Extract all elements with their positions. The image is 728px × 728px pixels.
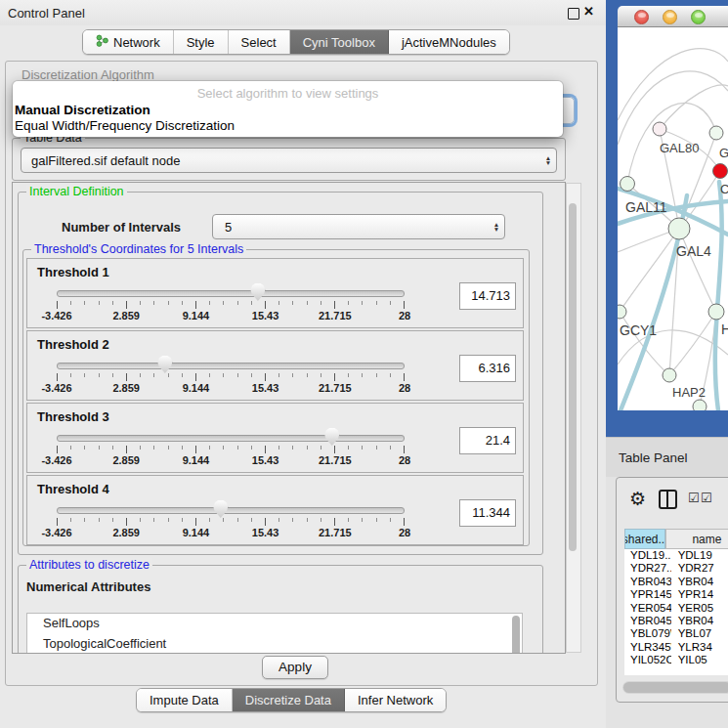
threshold-4-slider[interactable]: -3.426 2.859 9.144 15.43 21.715 28	[57, 507, 405, 539]
tab-impute-data[interactable]: Impute Data	[137, 689, 233, 711]
settings-scroll-viewport: Interval Definition Number of Intervals …	[12, 182, 566, 654]
slider-tick-labels: -3.426 2.859 9.144 15.43 21.715 28	[57, 454, 405, 467]
node-label: H	[721, 321, 728, 337]
tab-cyni-toolbox[interactable]: Cyni Toolbox	[290, 30, 389, 54]
table-row[interactable]: YIL052CYIL05	[624, 654, 728, 666]
node-label: GA	[719, 146, 728, 160]
table-horizontal-scrollbar[interactable]	[622, 681, 728, 694]
slider-ticks	[57, 518, 405, 526]
interval-definition-label: Interval Definition	[26, 185, 127, 198]
tab-select[interactable]: Select	[229, 30, 290, 54]
node-gal80[interactable]	[653, 122, 666, 136]
table-row[interactable]: YPR145WYPR14	[624, 588, 728, 601]
node-label: GAL80	[660, 141, 699, 155]
node-table: shared... name YDL19...YDL19 YDR27...YDR…	[624, 529, 728, 675]
threshold-1-slider[interactable]: -3.426 2.859 9.144 15.43 21.715 28	[57, 290, 405, 322]
number-of-intervals-combobox[interactable]: 5 ▲▼	[212, 214, 505, 239]
column-header-name[interactable]: name	[665, 529, 728, 549]
table-row[interactable]: YLR345WYLR34	[624, 641, 728, 654]
threshold-3-value-field[interactable]: 21.4	[459, 427, 516, 454]
dropdown-item-equal-width-frequency[interactable]: Equal Width/Frequency Discretization	[13, 118, 563, 134]
number-of-intervals-label: Number of Intervals	[62, 220, 181, 235]
close-icon[interactable]: ✕	[583, 4, 594, 19]
threshold-2-slider[interactable]: -3.426 2.859 9.144 15.43 21.715 28	[57, 363, 405, 395]
table-panel-titlebar: Table Panel	[606, 437, 728, 477]
node-bottom-partial[interactable]	[693, 400, 707, 410]
gear-icon[interactable]: ⚙	[629, 488, 646, 510]
slider-thumb[interactable]	[157, 356, 172, 373]
network-view-window: GAL80 GA C GAL11 GAL4 GCY1 H HAP2	[606, 0, 728, 437]
node-top-right[interactable]	[709, 126, 723, 140]
list-item[interactable]: TopologicalCoefficient	[27, 634, 522, 655]
threshold-2-value-field[interactable]: 6.316	[459, 355, 516, 382]
split-columns-icon[interactable]	[659, 490, 677, 509]
column-header-shared-name[interactable]: shared...	[624, 529, 665, 549]
list-scrollbar-thumb[interactable]	[512, 616, 520, 654]
tab-label: Impute Data	[150, 693, 219, 707]
discretization-algorithm-group-label: Discretization Algorithm	[21, 67, 154, 82]
table-data-combobox[interactable]: galFiltered.sif default node ▲▼	[21, 148, 557, 173]
slider-track[interactable]	[57, 507, 405, 514]
tab-jactivemnodules[interactable]: jActiveMNodules	[389, 30, 509, 54]
minimize-traffic-light[interactable]	[663, 10, 677, 24]
tab-discretize-data[interactable]: Discretize Data	[233, 689, 345, 711]
dropdown-item-manual-discretization[interactable]: Manual Discretization	[13, 103, 563, 118]
node-label: GAL11	[625, 199, 667, 215]
settings-scrollbar-thumb[interactable]	[569, 203, 577, 551]
threshold-1-value-field[interactable]: 14.713	[459, 282, 516, 310]
slider-track[interactable]	[57, 363, 405, 369]
slider-ticks	[57, 446, 405, 453]
close-traffic-light[interactable]	[634, 10, 649, 24]
table-row[interactable]: YBL079WYBL07	[624, 627, 728, 640]
threshold-1-panel: Threshold 1 -3.426 2.859 9.144 15.43	[26, 258, 524, 328]
settings-vertical-scrollbar[interactable]	[566, 183, 581, 653]
threshold-4-panel: Threshold 4 -3.426 2.859 9.144 15.43	[26, 475, 524, 545]
tab-network[interactable]: Network	[83, 30, 174, 54]
control-panel-titlebar: Control Panel ✕	[0, 0, 606, 25]
node-gal11[interactable]	[621, 177, 635, 192]
table-row[interactable]: YDR27...YDR27	[624, 562, 728, 575]
table-scrollbar-thumb[interactable]	[623, 682, 728, 693]
threshold-4-value-field[interactable]: 11.344	[459, 499, 516, 527]
table-row[interactable]: YDL19...YDL19	[624, 549, 728, 562]
top-tab-bar: Network Style Select Cyni Toolbox jActiv…	[82, 29, 510, 55]
slider-thumb[interactable]	[250, 283, 265, 301]
slider-thumb[interactable]	[213, 500, 228, 518]
apply-button[interactable]: Apply	[262, 656, 328, 679]
threshold-label: Threshold 1	[37, 265, 109, 279]
list-item[interactable]: SelfLoops	[27, 614, 522, 634]
tab-style[interactable]: Style	[174, 30, 229, 54]
dropdown-placeholder-item[interactable]: Select algorithm to view settings	[13, 86, 563, 103]
tab-label: Network	[113, 35, 160, 50]
numerical-attributes-label: Numerical Attributes	[26, 579, 150, 594]
attributes-group-label: Attributes to discretize	[26, 558, 152, 572]
threshold-2-panel: Threshold 2 -3.426 2.859 9.144 15.43	[26, 330, 524, 401]
table-row[interactable]: YER054CYER05	[624, 602, 728, 615]
thresholds-group: Threshold's Coordinates for 5 Intervals …	[22, 249, 530, 546]
network-canvas[interactable]: GAL80 GA C GAL11 GAL4 GCY1 H HAP2	[618, 27, 728, 410]
slider-track[interactable]	[57, 435, 405, 442]
node-hap2[interactable]	[663, 368, 676, 382]
network-graph: GAL80 GA C GAL11 GAL4 GCY1 H HAP2	[618, 27, 728, 410]
node-red[interactable]	[713, 164, 728, 179]
float-window-icon[interactable]	[568, 8, 579, 20]
network-window-titlebar[interactable]	[618, 6, 728, 27]
threshold-3-panel: Threshold 3 -3.426 2.859 9.144 15.43	[26, 403, 524, 473]
thresholds-group-label: Threshold's Coordinates for 5 Intervals	[31, 242, 246, 256]
tab-infer-network[interactable]: Infer Network	[345, 689, 446, 711]
tab-label: Select	[241, 35, 277, 50]
slider-thumb[interactable]	[324, 428, 339, 446]
bottom-tab-bar: Impute Data Discretize Data Infer Networ…	[136, 688, 447, 712]
node-gal4[interactable]	[668, 218, 690, 239]
checkbox-icon[interactable]: ☑	[701, 491, 712, 505]
threshold-3-slider[interactable]: -3.426 2.859 9.144 15.43 21.715 28	[57, 435, 405, 467]
node-gcy1[interactable]	[618, 305, 626, 319]
panel-title: Control Panel	[8, 6, 85, 21]
checkbox-icon[interactable]: ☑	[688, 491, 700, 505]
table-row[interactable]: YBR043CYBR04	[624, 576, 728, 588]
table-row[interactable]: YBR045CYBR04	[624, 615, 728, 627]
list-scrollbar[interactable]	[512, 616, 521, 654]
zoom-traffic-light[interactable]	[691, 10, 706, 24]
node-right-middle[interactable]	[708, 304, 724, 320]
slider-track[interactable]	[57, 290, 405, 297]
